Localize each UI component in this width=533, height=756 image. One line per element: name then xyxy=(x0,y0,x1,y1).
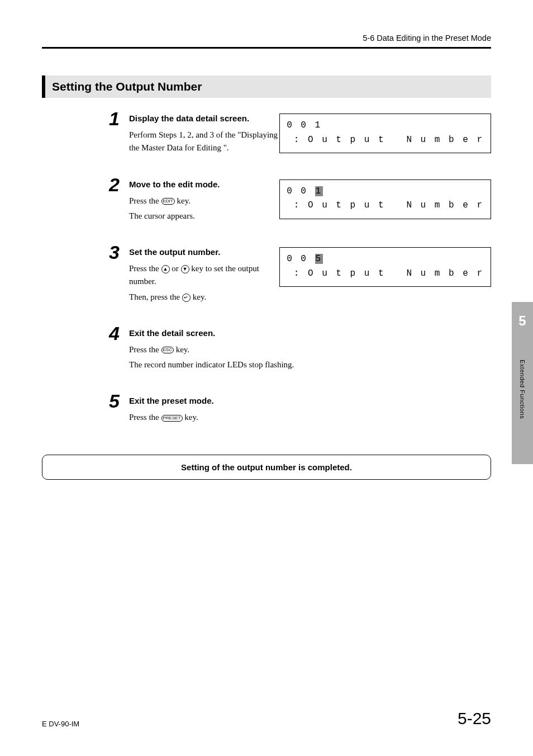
lcd-display-3: 0 0 5 : O u t p u t N u m b e r xyxy=(279,247,491,287)
step-5: 5 Exit the preset mode. Press the PRESET… xyxy=(42,396,491,426)
step-3-line1: Press the ▲ or ▼ key to set the output n… xyxy=(129,262,279,289)
step-2-text-b: key. xyxy=(175,196,191,205)
section-tab-num: 5 xyxy=(518,313,526,329)
section-tab-text: Extended Functions xyxy=(519,360,526,419)
step-num-1: 1 xyxy=(109,109,123,128)
step-4-line2: The record number indicator LEDs stop fl… xyxy=(129,358,310,371)
step-3-text2-a: Then, press the xyxy=(129,292,182,301)
step-1: 1 Display the data detail screen. Perfor… xyxy=(42,114,491,157)
step-3-heading: Set the output number. xyxy=(129,247,279,257)
step-4-line1: Press the ESC key. xyxy=(129,343,310,356)
page-number: 5-25 xyxy=(458,709,491,728)
completion-message: Setting of the output number is complete… xyxy=(42,455,491,480)
step-3: 3 Set the output number. Press the ▲ or … xyxy=(42,247,491,306)
lcd-display-2: 0 0 1 : O u t p u t N u m b e r xyxy=(279,179,491,219)
lcd-2-cursor: 1 xyxy=(315,186,323,196)
step-num-2: 2 xyxy=(109,175,123,194)
down-arrow-icon: ▼ xyxy=(181,265,189,273)
step-3-text-a: Press the xyxy=(129,264,161,273)
step-4-text-a: Press the xyxy=(129,345,161,354)
esc-key-icon: ESC xyxy=(161,347,174,353)
lcd-1-line2: : O u t p u t N u m b e r xyxy=(287,135,484,145)
step-3-line2: Then, press the ↵ key. xyxy=(129,291,279,304)
footer-doc-id: E DV-90-IM xyxy=(42,720,79,728)
lcd-1-line1: 0 0 1 xyxy=(287,120,322,130)
lcd-2-line1a: 0 0 xyxy=(287,186,315,196)
header-rule xyxy=(42,47,491,49)
lcd-display-1: 0 0 1 : O u t p u t N u m b e r xyxy=(279,114,491,153)
lcd-3-line2: : O u t p u t N u m b e r xyxy=(287,268,484,278)
step-5-line1: Press the PRESET key. xyxy=(129,411,310,424)
step-5-text-a: Press the xyxy=(129,413,161,422)
step-3-text2-b: key. xyxy=(191,292,206,301)
up-arrow-icon: ▲ xyxy=(161,265,170,273)
step-num-5: 5 xyxy=(109,391,123,410)
step-num-3: 3 xyxy=(109,243,123,262)
step-1-heading: Display the data detail screen. xyxy=(129,114,279,123)
lcd-2-line2: : O u t p u t N u m b e r xyxy=(287,200,484,210)
step-2-heading: Move to the edit mode. xyxy=(129,179,279,189)
step-2-text-a: Press the xyxy=(129,196,161,205)
step-4-heading: Exit the detail screen. xyxy=(129,328,310,338)
chapter-header: 5-6 Data Editing in the Preset Mode xyxy=(42,34,491,42)
step-5-heading: Exit the preset mode. xyxy=(129,396,310,405)
step-4: 4 Exit the detail screen. Press the ESC … xyxy=(42,328,491,374)
step-3-text-mid: or xyxy=(170,264,181,273)
step-2-line2: The cursor appears. xyxy=(129,210,279,223)
section-title: Setting the Output Number xyxy=(42,75,491,98)
lcd-3-line1a: 0 0 xyxy=(287,254,315,264)
step-2-line1: Press the EDIT key. xyxy=(129,195,279,207)
step-4-text-b: key. xyxy=(174,345,189,354)
step-2: 2 Move to the edit mode. Press the EDIT … xyxy=(42,179,491,225)
edit-key-icon: EDIT xyxy=(161,198,175,205)
enter-key-icon: ↵ xyxy=(182,294,191,302)
step-num-4: 4 xyxy=(109,324,123,343)
lcd-3-cursor: 5 xyxy=(315,254,323,264)
section-tab: 5 Extended Functions xyxy=(512,302,533,464)
step-5-text-b: key. xyxy=(183,413,198,422)
step-1-text: Perform Steps 1, 2, and 3 of the "Displa… xyxy=(129,129,279,155)
preset-key-icon: PRESET xyxy=(161,415,183,422)
